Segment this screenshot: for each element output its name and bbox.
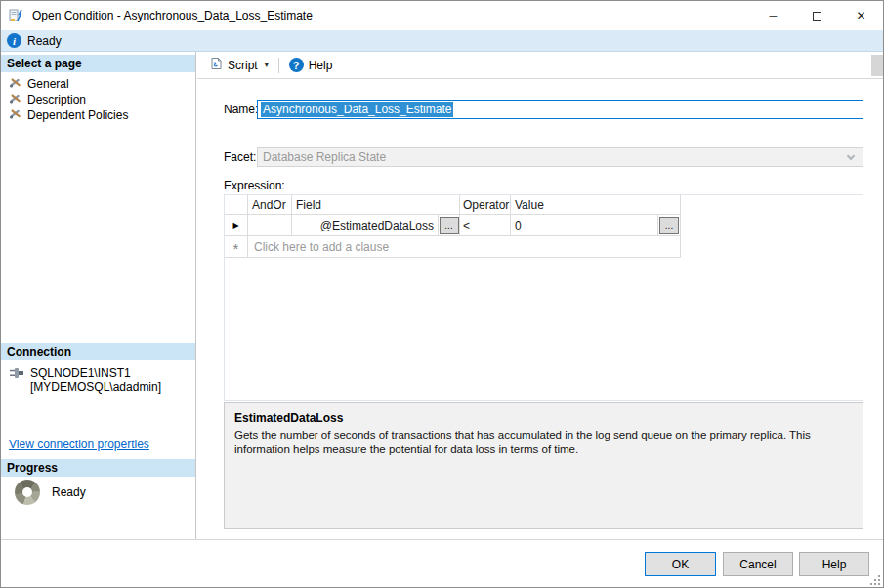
grid-header-selector bbox=[225, 195, 248, 215]
grid-header-operator: Operator bbox=[460, 195, 511, 215]
connection-header: Connection bbox=[1, 343, 195, 360]
progress-spinner-icon bbox=[15, 480, 40, 505]
new-row-icon: * bbox=[233, 240, 239, 257]
ok-button[interactable]: OK bbox=[645, 552, 716, 576]
status-ready-text: Ready bbox=[27, 34, 62, 48]
expression-grid: AndOr Field Operator Value ▶ @EstimatedD… bbox=[224, 194, 863, 401]
field-browse-cell: ... bbox=[439, 215, 460, 236]
view-connection-properties-link[interactable]: View connection properties bbox=[9, 438, 149, 451]
script-icon bbox=[209, 57, 223, 73]
page-tools-icon bbox=[9, 107, 21, 123]
sidebar-item-general[interactable]: General bbox=[1, 76, 194, 92]
description-panel: EstimatedDataLoss Gets the number of sec… bbox=[224, 402, 863, 529]
toolbar: Script ▾ ? Help bbox=[197, 52, 883, 79]
connection-icon bbox=[9, 366, 24, 394]
help-toolbar-button[interactable]: ? Help bbox=[283, 55, 339, 75]
minimize-icon: ─ bbox=[770, 10, 778, 21]
main-panel: Script ▾ ? Help Name: Asynchronous_Data_… bbox=[197, 52, 883, 541]
script-dropdown-icon[interactable]: ▾ bbox=[265, 61, 269, 69]
window-title: Open Condition - Asynchronous_Data_Loss_… bbox=[32, 9, 313, 22]
connection-server: SQLNODE1\INST1 bbox=[30, 366, 161, 380]
toolbar-overflow[interactable] bbox=[871, 55, 883, 76]
facet-value: Database Replica State bbox=[263, 150, 386, 164]
maximize-button[interactable] bbox=[795, 1, 839, 30]
grid-header-row: AndOr Field Operator Value bbox=[225, 195, 863, 215]
window-controls: ─ ✕ bbox=[751, 1, 883, 30]
add-clause-cell[interactable]: Click here to add a clause bbox=[248, 236, 681, 258]
footer: OK Cancel Help bbox=[1, 539, 883, 587]
close-button[interactable]: ✕ bbox=[839, 1, 883, 30]
script-button[interactable]: Script ▾ bbox=[203, 54, 274, 76]
sidebar: Select a page General bbox=[1, 52, 196, 541]
new-row-selector-cell: * bbox=[225, 236, 248, 258]
value-ellipsis-button[interactable]: ... bbox=[659, 217, 679, 234]
grid-clause-row: ▶ @EstimatedDataLoss ... < 0 bbox=[225, 215, 863, 236]
operator-cell[interactable]: < bbox=[460, 215, 511, 236]
minimize-button[interactable]: ─ bbox=[751, 1, 795, 30]
grid-header-value: Value bbox=[511, 195, 681, 215]
row-selector-cell[interactable]: ▶ bbox=[225, 215, 248, 236]
close-icon: ✕ bbox=[856, 9, 865, 22]
cancel-button[interactable]: Cancel bbox=[723, 552, 793, 576]
page-tools-icon bbox=[9, 92, 21, 107]
name-label: Name: bbox=[224, 103, 258, 116]
statusbar: i Ready bbox=[1, 30, 883, 52]
help-button-label: Help bbox=[309, 59, 333, 72]
connection-info: SQLNODE1\INST1 [MYDEMOSQL\adadmin] bbox=[9, 366, 161, 394]
progress-ready-text: Ready bbox=[52, 485, 86, 499]
toolbar-separator bbox=[278, 58, 279, 73]
add-clause-text: Click here to add a clause bbox=[254, 240, 389, 254]
field-cell[interactable]: @EstimatedDataLoss bbox=[292, 215, 439, 236]
andor-cell[interactable] bbox=[248, 215, 292, 236]
select-a-page-header: Select a page bbox=[1, 55, 195, 72]
value-value: 0 bbox=[515, 219, 522, 232]
expression-label: Expression: bbox=[224, 179, 285, 192]
sidebar-item-dependent-policies[interactable]: Dependent Policies bbox=[1, 107, 194, 123]
sidebar-item-label: Description bbox=[27, 93, 86, 106]
name-value-selected: Asynchronous_Data_Loss_Estimate bbox=[261, 102, 453, 117]
progress-header: Progress bbox=[1, 459, 195, 477]
description-title: EstimatedDataLoss bbox=[234, 411, 853, 425]
sidebar-item-description[interactable]: Description bbox=[1, 92, 194, 107]
page-tools-icon bbox=[9, 76, 21, 92]
sidebar-item-label: Dependent Policies bbox=[27, 108, 128, 122]
grid-new-row: * Click here to add a clause bbox=[225, 236, 863, 258]
progress-status: Ready bbox=[15, 480, 86, 505]
resize-grip[interactable] bbox=[868, 572, 881, 585]
page-tree: General Description bbox=[1, 76, 194, 123]
name-input[interactable]: Asynchronous_Data_Loss_Estimate bbox=[257, 100, 863, 119]
field-ellipsis-button[interactable]: ... bbox=[440, 217, 459, 234]
app-icon bbox=[9, 8, 24, 23]
facet-select[interactable]: Database Replica State bbox=[257, 147, 863, 167]
value-cell[interactable]: 0 bbox=[511, 215, 658, 236]
help-button[interactable]: Help bbox=[799, 552, 869, 576]
info-icon: i bbox=[7, 33, 21, 48]
value-browse-cell: ... bbox=[658, 215, 681, 236]
field-value: @EstimatedDataLoss bbox=[320, 219, 434, 232]
titlebar: Open Condition - Asynchronous_Data_Loss_… bbox=[1, 1, 883, 30]
script-button-label: Script bbox=[228, 59, 258, 72]
grid-header-field: Field bbox=[292, 195, 460, 215]
operator-value: < bbox=[463, 219, 470, 232]
help-icon: ? bbox=[289, 58, 304, 72]
maximize-icon bbox=[813, 12, 821, 21]
grid-header-andor: AndOr bbox=[248, 195, 292, 215]
sidebar-item-label: General bbox=[27, 77, 69, 91]
dialog-window: Open Condition - Asynchronous_Data_Loss_… bbox=[0, 0, 884, 588]
description-text: Gets the number of seconds of transactio… bbox=[234, 428, 853, 457]
facet-dropdown-icon bbox=[847, 152, 855, 160]
facet-label: Facet: bbox=[224, 150, 256, 164]
connection-account: [MYDEMOSQL\adadmin] bbox=[30, 380, 161, 394]
content-area: Name: Asynchronous_Data_Loss_Estimate Fa… bbox=[197, 80, 883, 541]
current-row-icon: ▶ bbox=[232, 221, 238, 230]
